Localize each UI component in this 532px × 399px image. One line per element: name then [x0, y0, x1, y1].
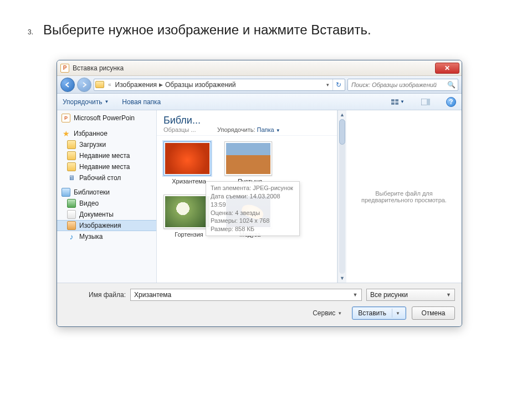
caret-down-icon: ▼ — [337, 311, 342, 316]
file-type-filter[interactable]: Все рисунки ▼ — [366, 289, 455, 301]
sidebar-item-documents[interactable]: Документы — [57, 209, 156, 220]
caret-down-icon[interactable]: ▼ — [396, 311, 400, 316]
desktop-icon: 🖥 — [67, 173, 76, 182]
file-dialog-window: P Вставка рисунка ✕ « Изображения ▶ Обра… — [57, 60, 462, 327]
tools-menu[interactable]: Сервис ▼ — [313, 309, 342, 317]
folder-icon — [67, 140, 76, 149]
sidebar-item-label: Видео — [79, 200, 99, 207]
document-icon — [67, 210, 76, 219]
scrollbar[interactable]: ▲ ▼ — [337, 110, 346, 283]
sidebar-item-label: Изображения — [79, 222, 121, 229]
sidebar-item-label: Избранное — [74, 130, 108, 137]
tooltip-line: Дата съемки: 14.03.2008 13:59 — [211, 192, 295, 209]
filter-label: Все рисунки — [370, 291, 408, 299]
scroll-down-icon[interactable]: ▼ — [338, 274, 346, 283]
sort-control[interactable]: Упорядочить: Папка ▼ — [217, 126, 280, 133]
library-header: Библи... Образцы ... Упорядочить: Папка … — [157, 110, 337, 136]
sidebar-item-video[interactable]: Видео — [57, 198, 156, 209]
sidebar-item-pictures[interactable]: Изображения — [57, 220, 156, 231]
preview-hint: Выберите файл для предварительного просм… — [352, 190, 456, 203]
thumbnail-image — [165, 196, 209, 227]
close-button[interactable]: ✕ — [435, 63, 459, 74]
sidebar-item-music[interactable]: ♪Музыка — [57, 231, 156, 242]
view-mode-button[interactable]: ▼ — [391, 96, 405, 108]
scroll-thumb[interactable] — [339, 119, 345, 145]
thumbnail-item[interactable]: Пустыня — [224, 141, 275, 185]
file-list: Библи... Образцы ... Упорядочить: Папка … — [157, 110, 337, 283]
folder-icon — [67, 151, 76, 160]
refresh-button[interactable]: ↻ — [332, 79, 344, 90]
address-bar[interactable]: « Изображения ▶ Образцы изображений ▾ ↻ — [94, 79, 345, 91]
breadcrumb[interactable]: Образцы изображений — [165, 81, 236, 89]
pictures-icon — [67, 221, 76, 230]
forward-button[interactable] — [77, 78, 91, 92]
sort-label: Упорядочить: — [217, 126, 255, 133]
sidebar-item-favorites[interactable]: ★ Избранное — [57, 128, 156, 139]
sidebar-item-label: Документы — [79, 211, 114, 218]
cancel-button[interactable]: Отмена — [412, 306, 455, 320]
back-button[interactable] — [60, 78, 75, 92]
video-icon — [67, 199, 76, 208]
sidebar-item-powerpoint[interactable]: P Microsoft PowerPoin — [57, 112, 156, 124]
sort-value[interactable]: Папка — [257, 126, 274, 133]
instruction-number: 3. — [22, 28, 33, 36]
dialog-footer: Имя файла: Хризантема ▼ Все рисунки ▼ Се… — [57, 283, 462, 326]
tooltip-line: Размеры: 1024 x 768 — [211, 217, 295, 225]
preview-pane-button[interactable] — [418, 96, 433, 108]
svg-rect-1 — [395, 99, 398, 101]
sidebar: P Microsoft PowerPoin ★ Избранное Загруз… — [57, 110, 157, 283]
thumbnail-image — [226, 143, 270, 174]
star-icon: ★ — [62, 129, 70, 138]
sidebar-item-label: Рабочий стол — [79, 174, 121, 182]
organize-menu[interactable]: Упорядочить ▼ — [63, 98, 109, 106]
history-chevron-icon[interactable]: « — [106, 81, 113, 88]
sidebar-item-desktop[interactable]: 🖥Рабочий стол — [57, 172, 156, 183]
caret-down-icon: ▼ — [446, 292, 451, 298]
folder-icon — [67, 162, 76, 171]
svg-rect-3 — [395, 102, 398, 104]
new-folder-button[interactable]: Новая папка — [122, 98, 161, 106]
filename-input[interactable]: Хризантема ▼ — [130, 289, 362, 301]
search-box[interactable]: 🔍 — [347, 79, 458, 91]
filename-label: Имя файла: — [64, 291, 126, 299]
sidebar-item-recent[interactable]: Недавние места — [57, 150, 156, 161]
sidebar-item-downloads[interactable]: Загрузки — [57, 139, 156, 150]
scroll-up-icon[interactable]: ▲ — [338, 110, 346, 119]
instruction-text: Выберите нужное изображение и нажмите Вс… — [43, 22, 371, 38]
caret-down-icon: ▼ — [276, 128, 280, 133]
tooltip-line: Размер: 858 КБ — [211, 225, 295, 233]
thumbnail-image — [165, 143, 209, 174]
instruction: 3. Выберите нужное изображение и нажмите… — [22, 22, 510, 38]
caret-down-icon: ▼ — [400, 99, 405, 104]
sidebar-item-libraries[interactable]: Библиотеки — [57, 187, 156, 198]
sidebar-item-label: Недавние места — [79, 163, 130, 171]
organize-label: Упорядочить — [63, 98, 102, 106]
music-icon: ♪ — [67, 232, 76, 241]
thumbnail-grid: ХризантемаПустыняГортензияМедуза Тип эле… — [157, 136, 337, 283]
addr-dropdown-icon[interactable]: ▾ — [326, 82, 329, 88]
insert-button[interactable]: Вставить ▼ — [352, 306, 406, 320]
caret-down-icon[interactable]: ▼ — [351, 291, 360, 299]
titlebar[interactable]: P Вставка рисунка ✕ — [57, 60, 462, 76]
libraries-icon — [62, 188, 70, 197]
sidebar-item-label: Microsoft PowerPoin — [74, 114, 135, 122]
insert-label: Вставить — [358, 309, 386, 317]
thumbnail-item[interactable]: Хризантема — [163, 141, 214, 185]
sidebar-item-label: Музыка — [79, 233, 103, 241]
chevron-right-icon: ▶ — [159, 82, 163, 88]
help-button[interactable]: ? — [446, 97, 456, 107]
svg-rect-2 — [391, 102, 395, 104]
file-tooltip: Тип элемента: JPEG-рисунок Дата съемки: … — [206, 181, 300, 236]
search-icon: 🔍 — [447, 81, 456, 89]
breadcrumb[interactable]: Изображения — [115, 81, 157, 89]
search-input[interactable] — [350, 81, 445, 89]
caret-down-icon: ▼ — [104, 99, 109, 104]
tooltip-line: Тип элемента: JPEG-рисунок — [211, 184, 295, 192]
navigation-bar: « Изображения ▶ Образцы изображений ▾ ↻ … — [57, 76, 462, 94]
library-subtitle: Образцы ... — [163, 126, 201, 133]
preview-pane: Выберите файл для предварительного просм… — [346, 110, 462, 283]
powerpoint-icon: P — [62, 114, 70, 122]
tools-label: Сервис — [313, 309, 335, 317]
sidebar-item-recent[interactable]: Недавние места — [57, 161, 156, 172]
sidebar-item-label: Библиотеки — [74, 188, 110, 196]
